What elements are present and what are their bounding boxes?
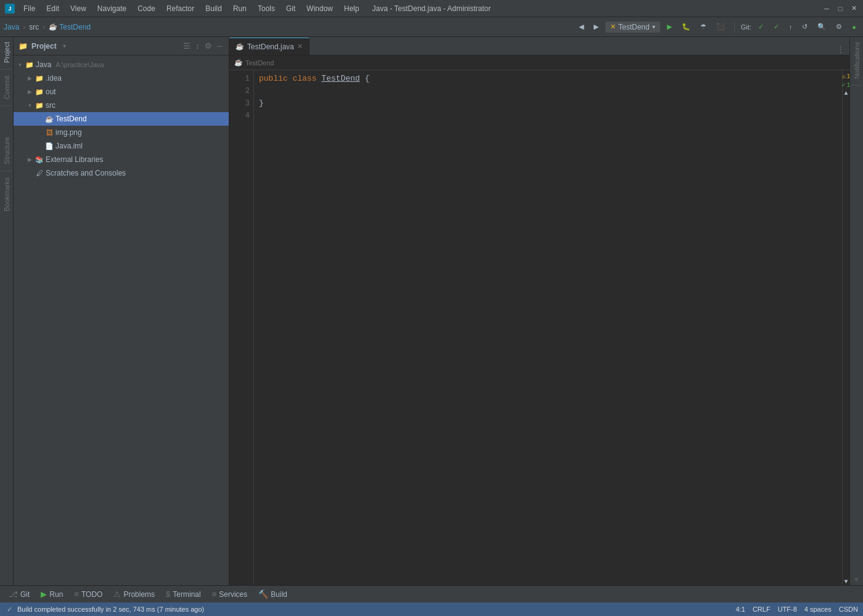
tree-src[interactable]: ▾ 📁 src bbox=[14, 99, 229, 112]
code-editor[interactable]: public class TestDend { } bbox=[254, 70, 842, 585]
git-check2-button[interactable]: ✓ bbox=[771, 21, 782, 33]
settings-panel-button[interactable]: ⚙ bbox=[203, 40, 213, 52]
java-file-icon: ☕ bbox=[45, 115, 54, 123]
cursor-position[interactable]: 4:1 bbox=[736, 606, 745, 613]
bottom-tool-run[interactable]: ▶ Run bbox=[36, 588, 68, 600]
debug-button[interactable]: 🐛 bbox=[679, 21, 693, 33]
tree-javaiml[interactable]: 📄 Java.iml bbox=[14, 139, 229, 153]
menu-bar[interactable]: File Edit View Navigate Code Refactor Bu… bbox=[18, 3, 364, 14]
warning-indicator: ⚠1 bbox=[841, 73, 849, 80]
folder-java-icon: 📁 bbox=[25, 60, 34, 69]
hide-panel-button[interactable]: ─ bbox=[216, 40, 224, 52]
bottom-tool-terminal[interactable]: $ Terminal bbox=[161, 588, 206, 600]
git-tool-label: Git bbox=[20, 590, 30, 599]
git-push-button[interactable]: ↑ bbox=[786, 22, 796, 33]
problems-icon: ⚠ bbox=[113, 590, 121, 599]
tree-imgpng[interactable]: 🖼 img.png bbox=[14, 126, 229, 139]
bottom-tool-services[interactable]: ≡ Services bbox=[207, 588, 253, 600]
run-config-selector[interactable]: ✕ TestDend ▾ bbox=[605, 22, 660, 33]
menu-tools[interactable]: Tools bbox=[253, 3, 280, 14]
git-revert-button[interactable]: ↺ bbox=[799, 21, 811, 33]
run-tool-label: Run bbox=[49, 590, 63, 599]
tree-testdend[interactable]: ☕ TestDend bbox=[14, 112, 229, 126]
run-button[interactable]: ▶ bbox=[664, 21, 675, 33]
notifications-label[interactable]: Notifications bbox=[851, 37, 862, 84]
git-back-button[interactable]: ◀ bbox=[576, 21, 587, 33]
tree-extlibs[interactable]: ▶ 📚 External Libraries bbox=[14, 153, 229, 166]
tree-root-path: A:\practice\Java bbox=[55, 61, 104, 68]
scroll-down-indicator[interactable]: ▼ bbox=[844, 578, 848, 585]
menu-run[interactable]: Run bbox=[228, 3, 252, 14]
menu-code[interactable]: Code bbox=[133, 3, 160, 14]
menu-refactor[interactable]: Refactor bbox=[162, 3, 199, 14]
menu-build[interactable]: Build bbox=[200, 3, 227, 14]
breadcrumb-src[interactable]: src bbox=[29, 23, 39, 31]
expand-indicator[interactable]: ▲ bbox=[844, 90, 848, 97]
coverage-button[interactable]: ☂ bbox=[697, 21, 710, 33]
breadcrumb-file-icon: ☕ bbox=[49, 23, 57, 31]
git-icon: ⎇ bbox=[9, 590, 18, 599]
menu-file[interactable]: File bbox=[18, 3, 40, 14]
left-panel-labels: Project Commit Structure Bookmarks bbox=[0, 37, 14, 585]
folder-src-icon: 📁 bbox=[35, 101, 44, 110]
avatar-button[interactable]: ● bbox=[849, 22, 859, 33]
tree-root-java[interactable]: ▾ 📁 Java A:\practice\Java bbox=[14, 58, 229, 71]
sidebar-item-commit[interactable]: Commit bbox=[1, 71, 12, 104]
git-forward-button[interactable]: ▶ bbox=[591, 21, 602, 33]
extra-info[interactable]: CSDN bbox=[839, 606, 858, 613]
line-ending[interactable]: CRLF bbox=[753, 606, 771, 613]
right-sidebar: Notifications ≡ bbox=[849, 37, 863, 585]
menu-edit[interactable]: Edit bbox=[41, 3, 64, 14]
bottom-tool-todo[interactable]: ≡ TODO bbox=[69, 588, 107, 600]
run-config-name: TestDend bbox=[618, 23, 650, 31]
ok-indicator: ✓1 bbox=[841, 81, 849, 89]
close-button[interactable]: ✕ bbox=[849, 4, 858, 13]
tab-close-button[interactable]: ✕ bbox=[297, 43, 303, 51]
bottom-tool-problems[interactable]: ⚠ Problems bbox=[108, 588, 160, 600]
charset[interactable]: UTF-8 bbox=[778, 606, 797, 613]
tree-out[interactable]: ▶ 📁 out bbox=[14, 85, 229, 99]
line-num-2: 2 bbox=[229, 85, 250, 97]
collapse-all-button[interactable]: ☰ bbox=[182, 40, 192, 52]
panel-header-icons: ☰ ↕ ⚙ ─ bbox=[182, 40, 224, 52]
sidebar-item-bookmarks[interactable]: Bookmarks bbox=[1, 172, 12, 216]
breadcrumb-java[interactable]: Java bbox=[4, 23, 19, 31]
menu-view[interactable]: View bbox=[65, 3, 91, 14]
maximize-button[interactable]: □ bbox=[836, 4, 845, 13]
breadcrumb-active[interactable]: ☕ TestDend bbox=[49, 23, 91, 31]
minimize-button[interactable]: ─ bbox=[822, 4, 831, 13]
tree-testdend-label: TestDend bbox=[55, 115, 87, 123]
todo-tool-label: TODO bbox=[81, 590, 102, 599]
folder-out-icon: 📁 bbox=[35, 87, 44, 96]
settings-button[interactable]: ⚙ bbox=[833, 21, 845, 33]
tree-idea[interactable]: ▶ 📁 .idea bbox=[14, 71, 229, 85]
editor-tab-testdend[interactable]: ☕ TestDend.java ✕ bbox=[229, 38, 309, 55]
chevron-src: ▾ bbox=[26, 102, 33, 109]
menu-help[interactable]: Help bbox=[339, 3, 364, 14]
bottom-tool-build[interactable]: 🔨 Build bbox=[253, 588, 292, 600]
menu-navigate[interactable]: Navigate bbox=[92, 3, 131, 14]
tree-root-label: Java bbox=[36, 60, 51, 69]
run-config-dropdown-icon[interactable]: ▾ bbox=[652, 23, 655, 30]
editor-gutter-right: ⚠1 ✓1 ▲ ▼ bbox=[842, 70, 849, 585]
panel-header: 📁 Project ▾ ☰ ↕ ⚙ ─ bbox=[14, 37, 229, 55]
toolbar-right: ◀ ▶ ✕ TestDend ▾ ▶ 🐛 ☂ ⬛ Git: ✓ ✓ ↑ ↺ 🔍 … bbox=[576, 21, 859, 33]
panel-dropdown[interactable]: ▾ bbox=[63, 43, 66, 49]
indent-info[interactable]: 4 spaces bbox=[804, 606, 832, 613]
sidebar-item-structure[interactable]: Structure bbox=[1, 132, 12, 169]
menu-window[interactable]: Window bbox=[301, 3, 338, 14]
stop-button[interactable]: ⬛ bbox=[713, 21, 728, 33]
menu-git[interactable]: Git bbox=[281, 3, 300, 14]
tree-scratches[interactable]: 🖊 Scratches and Consoles bbox=[14, 166, 229, 180]
tab-action-menu[interactable]: ⋮ bbox=[835, 43, 846, 55]
git-check-button[interactable]: ✓ bbox=[755, 21, 767, 33]
sort-button[interactable]: ↕ bbox=[194, 40, 201, 52]
tab-actions: ⋮ bbox=[832, 43, 849, 55]
sidebar-item-project[interactable]: Project bbox=[1, 37, 12, 68]
search-button[interactable]: 🔍 bbox=[814, 21, 829, 33]
bottom-tool-git[interactable]: ⎇ Git bbox=[4, 588, 35, 600]
git-label: Git: bbox=[741, 23, 751, 31]
build-icon: 🔨 bbox=[258, 590, 268, 599]
chevron-java: ▾ bbox=[16, 61, 23, 68]
tree-javaiml-label: Java.iml bbox=[55, 142, 83, 150]
